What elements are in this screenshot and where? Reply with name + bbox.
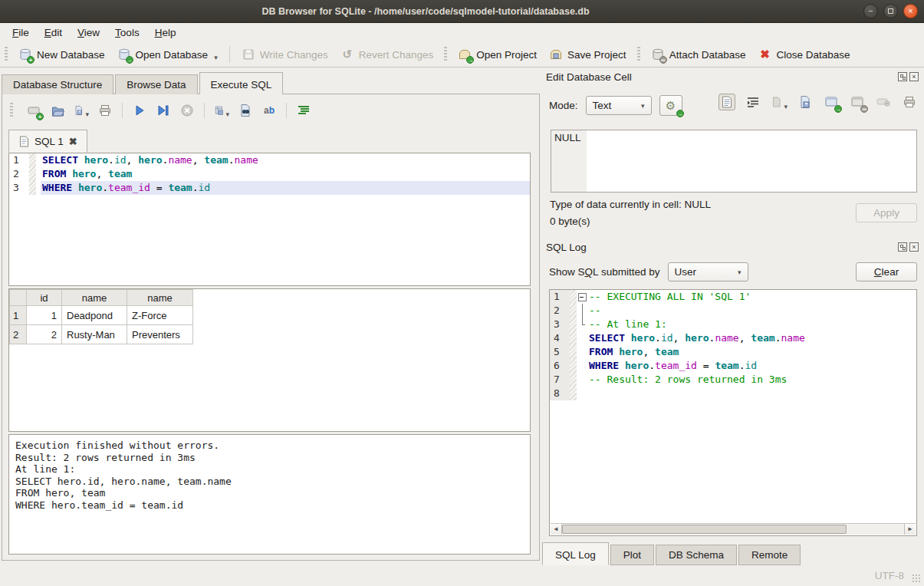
copy-url-icon[interactable]: ∞ [849, 94, 866, 110]
float-panel-icon[interactable] [898, 242, 907, 252]
revert-changes-button[interactable]: ↺ Revert Changes [334, 44, 440, 64]
grid-corner[interactable] [10, 290, 27, 306]
table-cell[interactable]: Preventers [127, 325, 193, 344]
sql-document-tab[interactable]: SQL 1 ✖ [8, 130, 87, 153]
menu-edit[interactable]: Edit [37, 25, 70, 41]
table-cell[interactable]: Deadpond [62, 306, 127, 325]
close-panel-icon[interactable]: × [909, 242, 919, 252]
open-sql-file-button[interactable] [50, 103, 65, 118]
cell-value-editor[interactable]: NULL [551, 130, 917, 193]
set-null-icon[interactable] [875, 94, 892, 110]
toolbar-grip[interactable] [10, 103, 13, 118]
tab-database-structure[interactable]: Database Structure [2, 74, 113, 94]
code-line: 2FROM hero, team [9, 167, 530, 181]
revert-changes-icon: ↺ [340, 48, 354, 61]
row-header[interactable]: 2 [10, 325, 27, 344]
save-project-button[interactable]: Save Project [543, 44, 633, 64]
execute-sql-panel: + ▾ ▾ [2, 94, 540, 561]
save-results-dropdown-icon[interactable]: ▾ [225, 110, 229, 118]
table-cell[interactable]: Z-Force [127, 306, 193, 325]
word-wrap-icon[interactable] [745, 94, 761, 110]
toolbar-separator [122, 103, 123, 118]
menu-view[interactable]: View [70, 25, 107, 41]
find-in-sql-button[interactable] [238, 103, 253, 118]
cell-type-info: Type of data currently in cell: NULL [550, 199, 711, 210]
sql-log-box[interactable]: 1-- EXECUTING ALL IN 'SQL 1'2--3-- At li… [549, 289, 917, 536]
close-sql-tab-icon[interactable]: ✖ [69, 136, 77, 147]
window-title: DB Browser for SQLite - /home/user/code/… [0, 0, 851, 23]
print-cell-icon[interactable] [901, 94, 918, 110]
table-cell[interactable]: 1 [27, 306, 62, 325]
open-sql-tab-button[interactable]: + [26, 103, 41, 118]
autocomplete-button[interactable]: ab [261, 103, 277, 118]
float-panel-icon[interactable] [898, 72, 907, 81]
close-panel-icon[interactable]: × [909, 72, 919, 81]
scrollbar-thumb[interactable] [562, 525, 847, 534]
cell-edit-area[interactable] [587, 130, 916, 192]
dock-tab-bar: SQL Log Plot DB Schema Remote [542, 542, 802, 565]
title-bar[interactable]: DB Browser for SQLite - /home/user/code/… [0, 0, 924, 23]
maximize-button[interactable] [883, 4, 898, 18]
open-project-button[interactable]: → Open Project [452, 44, 543, 64]
menu-file[interactable]: File [5, 25, 37, 41]
save-sql-dropdown-icon[interactable]: ▾ [85, 110, 89, 118]
log-line: Result: 2 rows returned in 3ms [15, 452, 524, 464]
apply-button[interactable]: Apply [856, 203, 917, 222]
toolbar-grip[interactable] [5, 47, 8, 62]
resize-grip[interactable] [912, 574, 921, 583]
menu-tools[interactable]: Tools [107, 25, 147, 41]
tab-remote[interactable]: Remote [738, 545, 801, 565]
menu-help[interactable]: Help [147, 25, 184, 41]
open-in-external-icon[interactable]: → [823, 94, 840, 110]
execution-message-box[interactable]: Execution finished without errors.Result… [8, 434, 531, 555]
attach-database-button[interactable]: ∞ Attach Database [645, 44, 752, 64]
new-database-button[interactable]: + New Database [12, 44, 111, 64]
fold-marker [577, 318, 587, 331]
fold-margin [570, 373, 577, 387]
format-sql-button[interactable] [296, 103, 311, 118]
toolbar-grip[interactable] [637, 47, 640, 62]
tab-execute-sql[interactable]: Execute SQL [199, 72, 284, 94]
tab-sql-log[interactable]: SQL Log [542, 542, 609, 565]
open-database-button[interactable]: → Open Database ▾ [111, 44, 224, 64]
table-cell[interactable]: Rusty-Man [62, 325, 127, 344]
fold-marker[interactable] [577, 290, 587, 304]
code-line: 6WHERE hero.team_id = team.id [550, 359, 916, 373]
mode-select[interactable]: Text ▾ [586, 96, 652, 115]
column-header[interactable]: id [27, 290, 62, 306]
filter-label: Show SQL submitted by [549, 266, 660, 278]
column-header[interactable]: name [127, 290, 193, 306]
execute-current-line-button[interactable] [156, 103, 171, 118]
close-database-button[interactable]: ✖ Close Database [751, 44, 856, 64]
text-mode-icon[interactable] [718, 94, 735, 110]
save-results-button[interactable]: ▾ [214, 103, 229, 118]
close-button[interactable]: × [903, 4, 918, 18]
submitted-by-select[interactable]: User ▾ [668, 262, 748, 281]
open-database-dropdown-icon[interactable]: ▾ [214, 54, 218, 61]
scroll-right-icon[interactable]: ▶ [904, 524, 916, 535]
auto-switch-mode-button[interactable]: ⚙ → [659, 95, 682, 116]
minimize-button[interactable]: − [863, 4, 878, 18]
print-sql-button[interactable] [97, 103, 113, 118]
fold-margin [570, 304, 577, 318]
stop-execution-button[interactable] [179, 103, 195, 118]
code-line: 4SELECT hero.id, hero.name, team.name [550, 331, 916, 345]
save-sql-file-button[interactable]: ▾ [74, 103, 89, 118]
attach-database-icon: ∞ [651, 48, 665, 61]
clear-log-button[interactable]: Clear [856, 262, 917, 281]
tab-plot[interactable]: Plot [610, 545, 654, 565]
row-header[interactable]: 1 [10, 306, 27, 325]
column-header[interactable]: name [62, 290, 127, 306]
tab-browse-data[interactable]: Browse Data [115, 74, 197, 94]
scroll-left-icon[interactable]: ◀ [551, 524, 562, 535]
horizontal-scrollbar[interactable]: ◀ ▶ [551, 523, 916, 535]
encoding-label[interactable]: UTF-8 [875, 570, 904, 581]
write-changes-button[interactable]: Write Changes [235, 44, 334, 64]
toolbar-grip[interactable] [444, 47, 447, 62]
export-cell-data-icon[interactable] [797, 94, 814, 110]
table-cell[interactable]: 2 [27, 325, 62, 344]
tab-db-schema[interactable]: DB Schema [656, 545, 737, 565]
sql-editor[interactable]: 1SELECT hero.id, hero.name, team.name2FR… [8, 153, 531, 286]
import-cell-data-icon[interactable]: ▾ [771, 94, 788, 110]
execute-sql-button[interactable] [132, 103, 147, 118]
